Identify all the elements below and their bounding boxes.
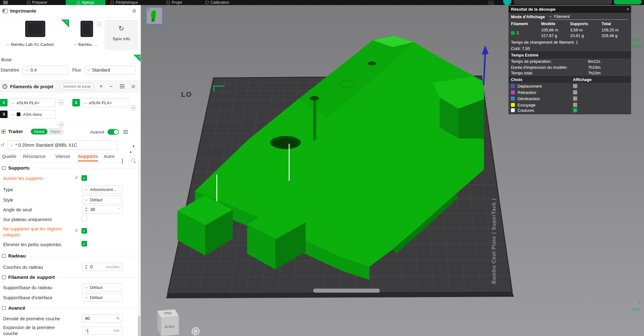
printer-settings-gear-icon[interactable]: ⚙ (132, 8, 136, 13)
raft-section-title: Radeau (8, 253, 26, 259)
reset-view-icon[interactable] (191, 327, 200, 336)
interface-filament-select[interactable]: Défaut (82, 293, 122, 301)
support-style-value: Défaut (90, 198, 103, 202)
filament-color-swatch (17, 112, 20, 116)
first-layer-expansion-input[interactable]: -1 mm (82, 327, 122, 335)
raft-base-select[interactable]: Défaut (82, 283, 122, 291)
tab-apercu[interactable]: Aperçu (66, 0, 105, 5)
col-model: Modèle (541, 21, 570, 26)
tab-projet-label: Projet (172, 0, 182, 5)
reset-preset-icon[interactable]: ↺ (1, 143, 5, 147)
tab-calibration[interactable]: Calibration (202, 0, 232, 5)
spinner-arrows[interactable] (85, 207, 87, 212)
tab-vitesse[interactable]: Vitesse (55, 154, 70, 160)
tab-peripherique[interactable]: Périphérique (108, 0, 141, 5)
supports-section-title: Supports (8, 165, 30, 171)
segment-global[interactable]: Global (31, 129, 47, 134)
advanced-toggle-switch[interactable] (108, 129, 119, 135)
filament-spool-icon (3, 84, 7, 89)
filament-settings-gear-icon[interactable]: ⚙ (131, 84, 135, 89)
first-layer-density-unit: % (115, 316, 119, 321)
sync-info-button[interactable]: ↻ Sync info (104, 19, 138, 50)
raft-base-label: Support/base du radeau (3, 285, 52, 290)
display-mode-row: Mode d'Affichage Filament (508, 13, 631, 20)
add-filament-icon[interactable]: + (99, 84, 103, 89)
filament-slot-3-select[interactable]: ASA-Aero (9, 110, 56, 119)
tab-projet[interactable]: Projet (164, 0, 185, 5)
total-time-row: Temps total:7h23m (508, 70, 631, 76)
filament-slot-3-badge: 3 (0, 111, 8, 118)
preset-select[interactable]: * 0.20mm Standard @BBL X1C (8, 140, 118, 150)
filament-table-header: Filament Modèle Supports Total (508, 20, 631, 27)
plate-logo-text: LO (181, 90, 192, 98)
plate-thumbnail[interactable]: 1 (146, 7, 163, 24)
tab-peripherique-label: Périphérique (116, 0, 138, 5)
reset-value-icon[interactable]: ↺ (75, 176, 78, 180)
retraction-checkbox[interactable] (573, 90, 577, 95)
threshold-angle-input[interactable]: 30 ° (82, 205, 122, 214)
wipe-checkbox[interactable] (573, 103, 577, 107)
reset-value-icon[interactable]: ↺ (75, 229, 78, 233)
filament-slot-2-badge: 2 (72, 99, 80, 106)
buildplate-only-checkbox[interactable] (81, 216, 87, 221)
info-icon[interactable]: i (97, 22, 101, 26)
printer-panel-title: Imprimante (10, 8, 36, 14)
filament-list-icon[interactable] (120, 84, 125, 88)
display-mode-select[interactable]: Filament (549, 14, 629, 20)
filament-slot-3-remove-icon[interactable] (58, 122, 64, 127)
tab-autre[interactable]: Autre (104, 154, 115, 160)
seams-checkbox[interactable] (573, 108, 577, 112)
support-filament-section-header: Filament de support (2, 274, 138, 280)
filament-slot-1-select[interactable]: eSUN PLA+ (9, 98, 56, 107)
collapse-panel-icon[interactable]: » (626, 8, 630, 10)
small-overhangs-checkbox[interactable] (81, 241, 87, 247)
sync-refresh-icon: ↻ (104, 25, 138, 32)
plate-thumbnail-number: 1 (147, 8, 149, 11)
filament-slot-1-remove-icon[interactable] (58, 100, 64, 105)
top-menu-bar: Préparer Aperçu Périphérique Projet Cali… (0, 0, 644, 5)
support-type-select[interactable]: Arborescent... (82, 185, 122, 193)
critical-regions-checkbox[interactable] (81, 228, 87, 234)
purge-volumes-button[interactable]: Volumes de purge (60, 83, 94, 90)
tab-supports[interactable]: Supports (78, 154, 98, 161)
tab-preparer[interactable]: Préparer (24, 0, 51, 5)
diameter-select[interactable]: 0.4 (23, 66, 69, 74)
interface-filament-label: Support/base d'interface (3, 295, 53, 300)
first-layer-density-input[interactable]: 90 % (82, 314, 122, 322)
printer-card-secondary[interactable]: i Bambu … (72, 19, 102, 50)
remove-filament-icon[interactable]: − (109, 84, 113, 89)
scrollbar-thumb[interactable] (138, 316, 140, 336)
tab-resistance[interactable]: Résistance (23, 154, 46, 160)
send-print-icon[interactable] (503, 0, 511, 5)
orientation-cube[interactable]: Haut Arrière (157, 309, 179, 336)
nozzle-title: Buse (1, 57, 12, 62)
menu-icon[interactable] (3, 1, 8, 4)
plate-material-selector[interactable] (514, 0, 612, 4)
travel-checkbox[interactable] (573, 84, 577, 88)
spinner-arrows[interactable] (85, 265, 87, 269)
printer-image-2 (80, 21, 93, 37)
flow-select[interactable]: Standard (84, 66, 136, 74)
tab-qualite[interactable]: Qualité (2, 154, 16, 160)
unretraction-checkbox[interactable] (573, 96, 577, 101)
global-objects-toggle[interactable]: Global Objets (30, 128, 64, 135)
raft-layers-input[interactable]: 0 couches (82, 263, 122, 271)
calibration-icon (205, 1, 208, 4)
retraction-color-swatch (511, 90, 515, 94)
slice-result-header[interactable]: Résultat de la découpe » (508, 6, 631, 13)
chevron-down-icon (85, 198, 88, 201)
filament-slot-2-remove-icon[interactable] (131, 105, 136, 111)
slice-result-title: Résultat de la découpe (511, 7, 556, 12)
preset-list-icon[interactable] (123, 130, 128, 134)
enable-supports-checkbox[interactable] (81, 175, 87, 181)
sidebar-scrollbar[interactable] (138, 160, 141, 336)
layout-grid-icon[interactable] (488, 1, 494, 5)
print-plate-button[interactable] (614, 0, 641, 4)
filament-slot-2-select[interactable]: eSUN PLA+ (81, 98, 128, 107)
save-preset-icon[interactable] (122, 158, 123, 164)
support-strut-1 (289, 144, 290, 181)
filament-slot-1-badge: 1 (0, 99, 8, 106)
printer-card-x1c[interactable]: Bambu Lab X1 Carbon ✓ (3, 19, 69, 50)
segment-objects[interactable]: Objets (47, 130, 63, 133)
support-style-select[interactable]: Défaut (82, 196, 122, 204)
